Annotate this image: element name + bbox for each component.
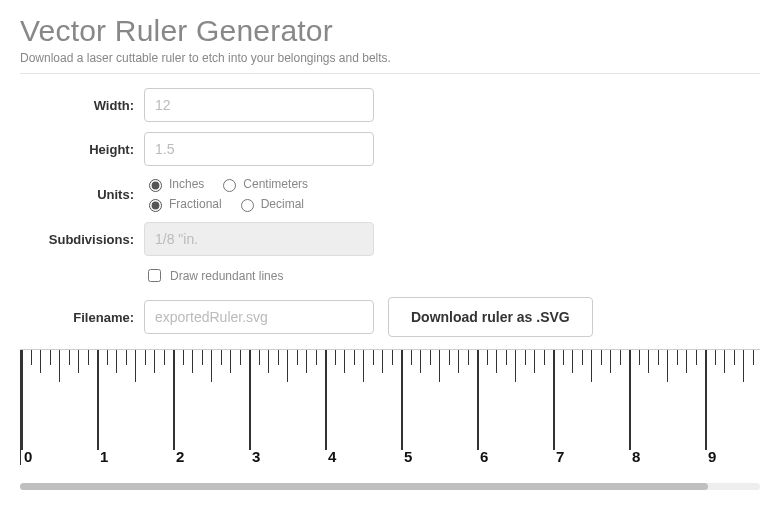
tick — [154, 350, 155, 373]
radio-inches-label: Inches — [169, 177, 204, 191]
ruler-number: 1 — [100, 448, 108, 465]
tick — [325, 350, 327, 450]
tick — [496, 350, 497, 373]
subdivisions-label: Subdivisions: — [24, 232, 134, 247]
tick — [278, 350, 279, 365]
ruler-number: 6 — [480, 448, 488, 465]
radio-decimal-label: Decimal — [261, 197, 304, 211]
tick — [601, 350, 602, 365]
tick — [430, 350, 431, 365]
tick — [715, 350, 716, 365]
tick — [363, 350, 364, 382]
tick — [477, 350, 479, 450]
tick — [173, 350, 175, 450]
width-field[interactable] — [144, 88, 374, 122]
tick — [449, 350, 450, 365]
tick — [202, 350, 203, 365]
tick — [78, 350, 79, 373]
tick — [696, 350, 697, 365]
ruler-preview: 0123456789 — [20, 349, 760, 465]
tick — [50, 350, 51, 365]
tick — [164, 350, 165, 365]
tick — [506, 350, 507, 365]
tick — [145, 350, 146, 365]
tick — [126, 350, 127, 365]
tick — [116, 350, 117, 373]
tick — [677, 350, 678, 365]
tick — [411, 350, 412, 365]
radio-inches-input[interactable] — [149, 179, 162, 192]
height-field[interactable] — [144, 132, 374, 166]
tick — [287, 350, 288, 382]
subdivisions-field — [144, 222, 374, 256]
tick — [705, 350, 707, 450]
tick — [686, 350, 687, 373]
tick — [259, 350, 260, 365]
tick — [534, 350, 535, 373]
tick — [553, 350, 555, 450]
tick — [297, 350, 298, 365]
tick — [648, 350, 649, 373]
ruler-number: 8 — [632, 448, 640, 465]
tick — [468, 350, 469, 365]
page-title: Vector Ruler Generator — [20, 14, 760, 48]
radio-fractional[interactable]: Fractional — [144, 196, 222, 212]
tick — [667, 350, 668, 382]
radio-inches[interactable]: Inches — [144, 176, 204, 192]
tick — [306, 350, 307, 373]
tick — [192, 350, 193, 373]
redundant-lines-input[interactable] — [148, 269, 161, 282]
radio-centimeters[interactable]: Centimeters — [218, 176, 308, 192]
tick — [487, 350, 488, 365]
tick — [753, 350, 754, 365]
redundant-lines-label: Draw redundant lines — [170, 269, 283, 283]
radio-decimal-input[interactable] — [241, 199, 254, 212]
tick — [268, 350, 269, 373]
tick — [544, 350, 545, 365]
tick — [249, 350, 251, 450]
tick — [392, 350, 393, 365]
width-label: Width: — [24, 98, 134, 113]
download-button[interactable]: Download ruler as .SVG — [388, 297, 593, 337]
tick — [240, 350, 241, 365]
header: Vector Ruler Generator Download a laser … — [20, 14, 760, 74]
filename-field[interactable] — [144, 300, 374, 334]
radio-decimal[interactable]: Decimal — [236, 196, 304, 212]
tick — [335, 350, 336, 365]
tick — [591, 350, 592, 382]
tick — [31, 350, 32, 365]
height-label: Height: — [24, 142, 134, 157]
tick — [135, 350, 136, 382]
tick — [21, 350, 23, 450]
page-subtitle: Download a laser cuttable ruler to etch … — [20, 51, 760, 65]
tick — [316, 350, 317, 365]
radio-fractional-input[interactable] — [149, 199, 162, 212]
tick — [382, 350, 383, 373]
scrollbar-thumb[interactable] — [20, 483, 708, 490]
ruler-number: 7 — [556, 448, 564, 465]
ruler-number: 2 — [176, 448, 184, 465]
horizontal-scrollbar[interactable] — [20, 483, 760, 493]
redundant-lines-checkbox[interactable]: Draw redundant lines — [144, 266, 283, 285]
tick — [401, 350, 403, 450]
settings-form: Width: Height: Units: Inches — [24, 88, 760, 337]
tick — [97, 350, 99, 450]
tick — [743, 350, 744, 382]
tick — [69, 350, 70, 365]
tick — [572, 350, 573, 373]
tick — [639, 350, 640, 365]
ruler-number: 4 — [328, 448, 336, 465]
tick — [230, 350, 231, 373]
tick — [525, 350, 526, 365]
tick — [183, 350, 184, 365]
radio-centimeters-input[interactable] — [223, 179, 236, 192]
tick — [40, 350, 41, 373]
ruler-number: 9 — [708, 448, 716, 465]
tick — [107, 350, 108, 365]
tick — [620, 350, 621, 365]
tick — [59, 350, 60, 382]
tick — [563, 350, 564, 365]
tick — [458, 350, 459, 373]
tick — [344, 350, 345, 373]
ruler-number: 0 — [24, 448, 32, 465]
